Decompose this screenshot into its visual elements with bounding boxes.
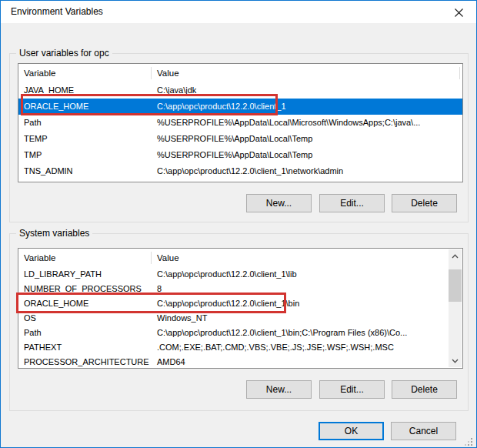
column-header-value: Value <box>151 249 462 267</box>
variable-name: JAVA_HOME <box>18 82 151 99</box>
cancel-button[interactable]: Cancel <box>391 422 456 440</box>
scroll-up-button[interactable] <box>449 249 462 262</box>
variable-value: C:\app\opc\product\12.2.0\client_1 <box>151 99 462 115</box>
scrollbar-thumb[interactable] <box>449 269 462 302</box>
system-delete-button[interactable]: Delete <box>392 380 457 399</box>
close-icon <box>454 8 464 18</box>
variable-value: C:\app\opc\product\12.2.0\client_1\netwo… <box>151 163 462 179</box>
close-button[interactable] <box>447 3 470 22</box>
user-variables-group: User variables for opc Variable Value JA… <box>9 53 469 222</box>
scroll-down-button[interactable] <box>449 354 462 367</box>
window-title: Environment Variables <box>11 1 103 23</box>
table-row-pathext[interactable]: PATHEXT .COM;.EXE;.BAT;.CMD;.VBS;.VBE;.J… <box>18 340 462 355</box>
table-row-os[interactable]: OS Windows_NT <box>18 311 462 326</box>
resize-grip-icon <box>465 438 473 446</box>
system-table-header: Variable Value <box>18 249 462 267</box>
system-variables-table: Variable Value LD_LIBRARY_PATH C:\app\op… <box>18 248 463 369</box>
variable-name: Path <box>18 326 151 340</box>
variable-name: ORACLE_HOME <box>18 99 151 115</box>
table-row-processor-architecture[interactable]: PROCESSOR_ARCHITECTURE AMD64 <box>18 355 462 369</box>
table-row-tmp[interactable]: TMP %USERPROFILE%\AppData\Local\Temp <box>18 147 462 163</box>
user-edit-button[interactable]: Edit... <box>319 194 385 212</box>
user-new-button[interactable]: New... <box>246 194 312 212</box>
column-divider[interactable] <box>459 67 460 79</box>
variable-name: TMP <box>18 147 151 163</box>
variable-name: PROCESSOR_ARCHITECTURE <box>18 355 151 369</box>
variable-value: C:\app\opc\product\12.2.0\client_1\bin;C… <box>151 326 462 340</box>
table-row-ld-library-path[interactable]: LD_LIBRARY_PATH C:\app\opc\product\12.2.… <box>18 267 462 282</box>
ok-button[interactable]: OK <box>319 422 384 440</box>
table-row-oracle-home[interactable]: ORACLE_HOME C:\app\opc\product\12.2.0\cl… <box>18 296 462 311</box>
variable-value: %USERPROFILE%\AppData\Local\Temp <box>151 147 462 163</box>
variable-name: TNS_ADMIN <box>18 163 151 179</box>
table-row-oracle-home-selected[interactable]: ORACLE_HOME C:\app\opc\product\12.2.0\cl… <box>18 99 462 115</box>
variable-name: LD_LIBRARY_PATH <box>18 267 151 282</box>
system-edit-button[interactable]: Edit... <box>319 380 385 399</box>
system-variables-group-label: System variables <box>16 228 92 239</box>
user-variables-table: Variable Value JAVA_HOME C:\java\jdk ORA… <box>18 63 463 182</box>
variable-value: %USERPROFILE%\AppData\Local\Temp <box>151 131 462 147</box>
table-row-java-home[interactable]: JAVA_HOME C:\java\jdk <box>18 82 462 99</box>
user-delete-button[interactable]: Delete <box>392 194 457 212</box>
column-header-value: Value <box>151 64 462 82</box>
variable-name: Path <box>18 115 151 131</box>
system-table-scrollbar <box>449 249 462 367</box>
table-row-path[interactable]: Path C:\app\opc\product\12.2.0\client_1\… <box>18 326 462 340</box>
variable-value: AMD64 <box>151 355 462 369</box>
user-variables-group-label: User variables for opc <box>16 48 112 59</box>
resize-grip[interactable] <box>465 436 473 444</box>
variable-value: .COM;.EXE;.BAT;.CMD;.VBS;.VBE;.JS;.JSE;.… <box>151 340 462 355</box>
scroll-up-icon <box>452 254 459 259</box>
column-divider[interactable] <box>151 67 152 79</box>
table-row-path[interactable]: Path %USERPROFILE%\AppData\Local\Microso… <box>18 115 462 131</box>
variable-value: C:\app\opc\product\12.2.0\client_1\lib <box>151 267 462 282</box>
scroll-down-icon <box>452 359 459 363</box>
variable-name: TEMP <box>18 131 151 147</box>
table-row-temp[interactable]: TEMP %USERPROFILE%\AppData\Local\Temp <box>18 131 462 147</box>
variable-value: 8 <box>151 282 462 296</box>
table-row-tns-admin[interactable]: TNS_ADMIN C:\app\opc\product\12.2.0\clie… <box>18 163 462 179</box>
column-divider[interactable] <box>151 252 152 264</box>
variable-name: ORACLE_HOME <box>18 296 151 311</box>
environment-variables-dialog: Environment Variables User variables for… <box>0 0 477 448</box>
variable-value: %USERPROFILE%\AppData\Local\Microsoft\Wi… <box>151 115 462 131</box>
variable-name: PATHEXT <box>18 340 151 355</box>
system-variables-group: System variables Variable Value LD_LIBRA… <box>9 233 469 411</box>
variable-value: Windows_NT <box>151 311 462 326</box>
user-table-header: Variable Value <box>18 64 462 82</box>
system-new-button[interactable]: New... <box>246 380 312 399</box>
title-bar[interactable]: Environment Variables <box>1 1 476 23</box>
variable-name: OS <box>18 311 151 326</box>
column-header-variable: Variable <box>18 249 151 267</box>
column-header-variable: Variable <box>18 64 151 82</box>
scrollbar-track[interactable] <box>449 262 462 354</box>
variable-value: C:\app\opc\product\12.2.0\client_1\bin <box>151 296 462 311</box>
variable-name: NUMBER_OF_PROCESSORS <box>18 282 151 296</box>
table-row-number-of-processors[interactable]: NUMBER_OF_PROCESSORS 8 <box>18 282 462 296</box>
variable-value: C:\java\jdk <box>151 82 462 99</box>
